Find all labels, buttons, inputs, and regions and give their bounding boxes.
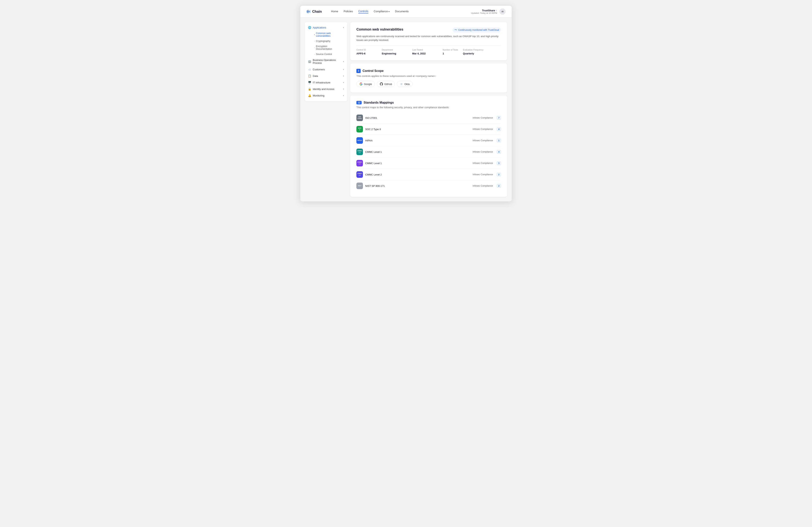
sidebar-header-it-infra[interactable]: 🖥️ IT Infrastructure ▾ <box>305 79 347 86</box>
cmmc2-logo: CMMCL2 <box>357 171 363 178</box>
cmmc2-count: 2 <box>497 173 501 176</box>
soc2-name: SOC 2 Type II <box>365 128 470 131</box>
meta-tested-label: Last Tested <box>412 49 443 51</box>
business-ops-icon: 🏢 <box>308 60 311 63</box>
nav-policies[interactable]: Policies <box>344 10 353 13</box>
standard-row-nist: NIST NIST SP 800-171 Infosec Compliance … <box>357 180 501 191</box>
standards-badge: 12 <box>357 101 362 104</box>
sidebar-section-applications: 🌐 Applications ▾ Common web vulnerabilit… <box>305 25 347 57</box>
meta-numtests-label: Number of Tests <box>443 49 463 51</box>
sidebar-header-monitoring[interactable]: 🔔 Monitoring ▾ <box>305 92 347 99</box>
scope-chip-github[interactable]: GitHub <box>377 81 395 87</box>
trustshare-info: TrustShare ↑ Updated: Today at 10:30PM <box>471 9 497 14</box>
nist-tag: Infosec Compliance <box>473 185 493 187</box>
hipaa-tag: Infosec Compliance <box>473 139 493 142</box>
standards-card: 12 Standards Mappings This control maps … <box>350 96 507 197</box>
chip-google-label: Google <box>364 83 372 86</box>
cmmc2-tag: Infosec Compliance <box>473 173 493 176</box>
sidebar: 🌐 Applications ▾ Common web vulnerabilit… <box>305 22 347 101</box>
meta-dept-value: Engineering <box>382 52 412 55</box>
identity-chevron: ▾ <box>343 88 344 90</box>
okta-icon: ○ <box>400 82 403 86</box>
meta-tested-value: Mar 4, 2022 <box>412 52 443 55</box>
standard-row-cmmc1-purple: CMMCL1 CMMC Level 1 Infosec Compliance 3 <box>357 158 501 169</box>
monitoring-chevron: ▾ <box>343 94 344 97</box>
subitem-encryption-docs[interactable]: Encryption Documentation <box>309 44 346 52</box>
subitem-source-control[interactable]: Source Control <box>309 52 346 57</box>
nav-right: TrustShare ↑ Updated: Today at 10:30PM A… <box>471 9 506 15</box>
standard-row-iso: ISO27001 ISO 27001 Infosec Compliance 7 <box>357 112 501 123</box>
standard-row-cmmc1-teal: CMMCL1 CMMC Level 1 Infosec Compliance 4 <box>357 146 501 158</box>
svg-rect-3 <box>310 10 310 13</box>
nist-logo: NIST <box>357 182 363 189</box>
meta-last-tested: Last Tested Mar 4, 2022 <box>412 49 443 55</box>
meta-department: Department Engineering <box>382 49 412 55</box>
nav-documents[interactable]: Documents <box>395 10 409 13</box>
scope-header: 3 Control Scope <box>357 69 501 73</box>
iso-count: 7 <box>497 116 501 119</box>
svg-rect-2 <box>309 11 309 12</box>
sidebar-header-customers[interactable]: ☁️ Customers ▾ <box>305 66 347 72</box>
trustshare-title-text: TrustShare <box>482 9 495 12</box>
monitoring-label: Monitoring <box>313 94 324 97</box>
cmmc1-teal-name: CMMC Level 1 <box>365 150 470 153</box>
applications-label: Applications <box>313 26 326 29</box>
soc2-tag: Infosec Compliance <box>473 128 493 131</box>
sidebar-section-customers: ☁️ Customers ▾ <box>305 66 347 72</box>
sidebar-section-it-infra: 🖥️ IT Infrastructure ▾ <box>305 79 347 86</box>
customers-label: Customers <box>313 68 325 71</box>
subitem-common-web[interactable]: Common web vulnerabilities <box>309 31 346 39</box>
subitem-cryptography[interactable]: Cryptography <box>309 39 346 44</box>
scope-title: Control Scope <box>363 69 383 73</box>
nist-count: 2 <box>497 184 501 188</box>
sidebar-header-applications[interactable]: 🌐 Applications ▾ <box>305 25 347 31</box>
meta-num-tests: Number of Tests 1 <box>443 49 463 55</box>
cmmc1-purple-tag: Infosec Compliance <box>473 162 493 164</box>
main-content: Common web vulnerabilities 〜 Continuousl… <box>350 22 507 197</box>
standard-row-hipaa: HIPAA HIPAA Infosec Compliance 1 <box>357 135 501 146</box>
it-infra-icon: 🖥️ <box>308 81 311 84</box>
sidebar-header-identity[interactable]: 🔒 Identity and Access ▾ <box>305 86 347 92</box>
scope-card: 3 Control Scope This controls applies to… <box>350 63 507 92</box>
cmmc2-name: CMMC Level 2 <box>365 173 470 176</box>
trustshare-icon: ↑ <box>496 9 497 12</box>
standards-description: This control maps to the following secur… <box>357 106 501 109</box>
vuln-description: Web applications are continuously scanne… <box>357 34 501 42</box>
app-window: Chain Home Policies Controls Compliance … <box>300 6 512 202</box>
trustshare-updated: Updated: Today at 10:30PM <box>471 12 497 14</box>
brand-icon <box>306 10 311 14</box>
meta-dept-label: Department <box>382 49 412 51</box>
svg-rect-0 <box>307 10 307 13</box>
business-ops-chevron: ▾ <box>343 60 344 63</box>
standard-row-soc2: SOC2 SOC 2 Type II Infosec Compliance 4 <box>357 123 501 135</box>
scope-chip-okta[interactable]: ○ Okta <box>397 81 412 87</box>
brand-name: Chain <box>312 10 322 14</box>
monitored-wave-icon: 〜 <box>454 28 457 32</box>
chip-github-label: GitHub <box>384 83 392 86</box>
applications-subitems: Common web vulnerabilities Cryptography … <box>305 31 347 57</box>
nav-home[interactable]: Home <box>331 10 338 13</box>
applications-chevron: ▾ <box>343 26 344 29</box>
business-ops-label: Business Operations Process <box>313 59 342 64</box>
it-infra-chevron: ▾ <box>343 81 344 84</box>
meta-control-id-value: APPS-6 <box>357 52 382 55</box>
sidebar-header-data[interactable]: 📋 Data ▾ <box>305 73 347 79</box>
meta-numtests-value: 1 <box>443 52 463 55</box>
sidebar-header-business-ops[interactable]: 🏢 Business Operations Process ▾ <box>305 57 347 66</box>
nav-compliance[interactable]: Compliance <box>374 10 390 13</box>
sidebar-section-data: 📋 Data ▾ <box>305 73 347 79</box>
data-chevron: ▾ <box>343 75 344 77</box>
standards-header: 12 Standards Mappings <box>357 101 501 104</box>
cmmc1-purple-name: CMMC Level 1 <box>365 162 470 165</box>
scope-description: This controls applies to these subproces… <box>357 75 501 77</box>
vuln-card: Common web vulnerabilities 〜 Continuousl… <box>350 22 507 60</box>
scope-chips: Google GitHub ○ Okta <box>357 81 501 87</box>
avatar-button[interactable]: AI <box>499 9 506 15</box>
scope-chip-google[interactable]: Google <box>357 81 375 87</box>
identity-icon: 🔒 <box>308 87 311 90</box>
nav-controls[interactable]: Controls <box>358 10 368 13</box>
main-layout: 🌐 Applications ▾ Common web vulnerabilit… <box>300 17 512 202</box>
standards-title: Standards Mappings <box>363 101 394 104</box>
hipaa-name: HIPAA <box>365 139 470 142</box>
trustshare-title: TrustShare ↑ <box>482 9 497 12</box>
